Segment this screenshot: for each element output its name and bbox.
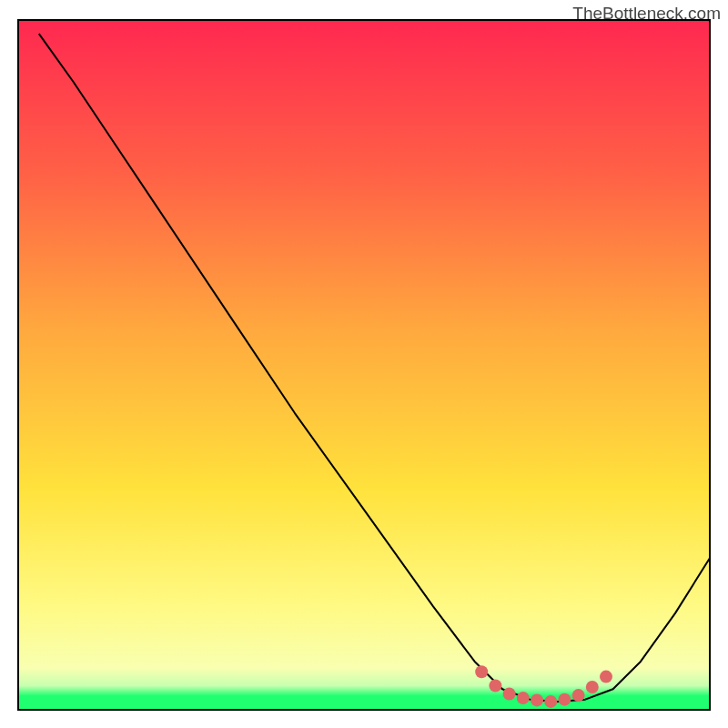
- svg-point-0: [475, 665, 488, 678]
- svg-point-1: [489, 679, 501, 692]
- svg-point-2: [503, 688, 516, 701]
- svg-point-4: [531, 693, 543, 706]
- chart-container: [0, 0, 728, 728]
- gradient-background: [18, 20, 710, 710]
- svg-point-3: [517, 692, 530, 704]
- svg-point-9: [600, 671, 612, 683]
- watermark-text: TheBottleneck.com: [572, 4, 721, 24]
- svg-point-7: [572, 689, 585, 702]
- svg-point-5: [544, 695, 557, 708]
- chart-svg: [0, 0, 728, 728]
- svg-point-8: [586, 681, 599, 693]
- svg-point-6: [558, 693, 571, 706]
